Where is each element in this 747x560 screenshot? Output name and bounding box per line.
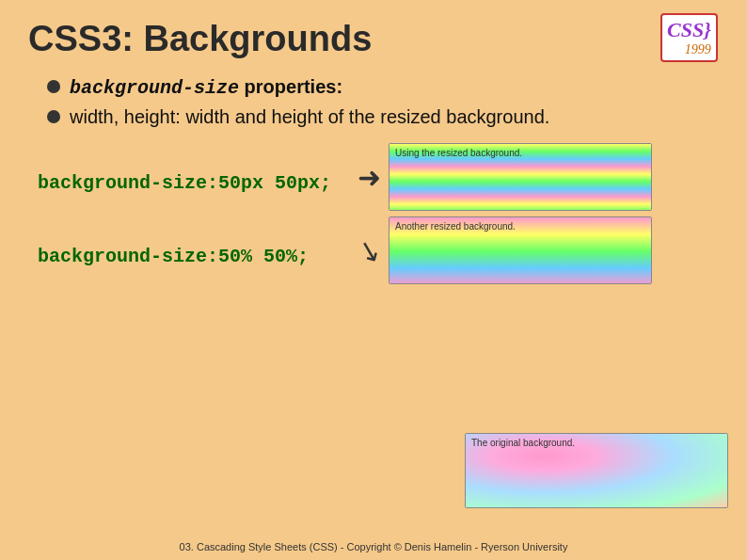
list-item: width, height: width and height of the r… bbox=[47, 106, 719, 128]
footer: 03. Cascading Style Sheets (CSS) - Copyr… bbox=[0, 541, 747, 552]
demo-image-1: Using the resized background. bbox=[389, 143, 652, 211]
bullet-dot bbox=[47, 80, 60, 93]
code-block-2: background-size:50% 50%; bbox=[38, 246, 395, 267]
demo-image-3: The original background. bbox=[465, 433, 728, 508]
bullet-dot bbox=[47, 110, 60, 123]
page-title: CSS3: Backgrounds bbox=[28, 19, 719, 59]
list-item: background-size properties: bbox=[47, 76, 719, 99]
bullet-list: background-size properties: width, heigh… bbox=[47, 76, 719, 128]
bullet-text-2: width, height: width and height of the r… bbox=[70, 106, 549, 128]
slide: CSS} 1999 CSS3: Backgrounds background-s… bbox=[0, 0, 747, 560]
logo-css-text: CSS} bbox=[667, 18, 711, 42]
logo: CSS} 1999 bbox=[660, 13, 728, 62]
demo-label-3: The original background. bbox=[471, 438, 575, 448]
demo-label-1: Using the resized background. bbox=[395, 148, 522, 158]
code-block-1: background-size:50px 50px; bbox=[38, 172, 395, 194]
demo-image-2: Another resized background. bbox=[389, 216, 652, 284]
demo-label-2: Another resized background. bbox=[395, 221, 516, 232]
logo-year-text: 1999 bbox=[667, 42, 711, 57]
bullet-text-1: background-size properties: bbox=[70, 76, 342, 99]
logo-box: CSS} 1999 bbox=[660, 13, 718, 62]
arrow-icon-1: ➜ bbox=[358, 161, 381, 194]
